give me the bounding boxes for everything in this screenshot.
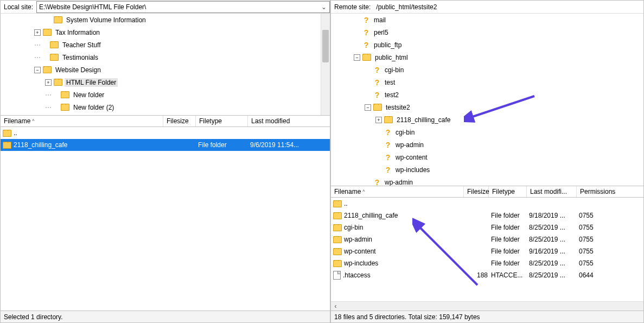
col-filesize[interactable]: Filesize <box>163 116 196 126</box>
sort-caret-icon: ^ <box>32 118 34 124</box>
folder-icon <box>373 104 382 111</box>
list-row[interactable]: .htaccess188HTACCE...8/25/2019 ...0644 <box>331 269 643 281</box>
tree-spacer <box>52 104 59 111</box>
list-item-modified: 9/16/2019 ... <box>529 248 579 255</box>
tree-row[interactable]: ?wp-admin <box>331 138 643 151</box>
list-row[interactable]: .. <box>1 127 330 139</box>
remote-tree[interactable]: ?mail?perl5?public_ftp−public_html?cgi-b… <box>331 14 643 186</box>
tree-row[interactable]: ⋯New folder <box>1 88 330 101</box>
col-lastmod[interactable]: Last modified <box>248 116 330 126</box>
local-path-input[interactable]: E:\Website Design\HTML File Folder\ ⌄ <box>36 1 330 13</box>
col-lastmod[interactable]: Last modifi... <box>527 186 577 197</box>
tree-row[interactable]: ?cgi-bin <box>331 64 643 76</box>
question-icon: ? <box>362 29 370 36</box>
tree-row[interactable]: −public_html <box>331 51 643 64</box>
folder-icon <box>333 248 342 255</box>
remote-hscroll[interactable]: ‹ <box>331 301 643 311</box>
remote-path-value: /public_html/testsite2 <box>376 3 437 11</box>
tree-item-label: test <box>383 78 397 87</box>
tree-item-label: wp-admin <box>383 178 415 186</box>
remote-list[interactable]: ..2118_chilling_cafeFile folder9/18/2019… <box>331 198 643 301</box>
remote-path-input[interactable]: /public_html/testsite2 <box>374 1 643 13</box>
list-row[interactable]: 2118_chilling_cafeFile folder9/6/2019 11… <box>1 139 330 151</box>
tree-row[interactable]: ⋯Testimonials <box>1 51 330 64</box>
list-item-modified: 8/25/2019 ... <box>529 271 579 279</box>
folder-icon <box>333 260 342 267</box>
list-row[interactable]: cgi-binFile folder8/25/2019 ...0755 <box>331 221 643 233</box>
expand-icon[interactable]: + <box>375 117 382 123</box>
collapse-icon[interactable]: − <box>34 67 41 73</box>
remote-list-header[interactable]: Filename^ Filesize Filetype Last modifi.… <box>331 186 643 198</box>
tree-item-label: mail <box>372 16 387 24</box>
list-row[interactable]: wp-includesFile folder8/25/2019 ...0755 <box>331 257 643 269</box>
expand-icon[interactable]: + <box>34 29 41 36</box>
tree-row[interactable]: ?public_ftp <box>331 39 643 51</box>
question-icon: ? <box>384 141 392 149</box>
chevron-down-icon[interactable]: ⌄ <box>320 3 328 11</box>
tree-item-label: cgi-bin <box>383 66 405 74</box>
tree-row[interactable]: ?wp-content <box>331 151 643 163</box>
tree-row[interactable]: System Volume Information <box>1 14 330 26</box>
col-filetype[interactable]: Filetype <box>489 186 527 197</box>
col-permissions[interactable]: Permissions <box>577 186 643 197</box>
collapse-icon[interactable]: − <box>365 104 371 111</box>
tree-row[interactable]: ?cgi-bin <box>331 126 643 138</box>
tree-spacer <box>365 79 371 86</box>
tree-item-label: cgi-bin <box>394 128 416 137</box>
list-item-name: wp-admin <box>344 236 372 243</box>
tree-row[interactable]: +2118_chilling_cafe <box>331 113 643 126</box>
tree-row[interactable]: +HTML File Folder <box>1 76 330 88</box>
col-filename[interactable]: Filename^ <box>1 116 163 126</box>
list-item-type: File folder <box>491 224 529 231</box>
col-filesize[interactable]: Filesize <box>464 186 489 197</box>
list-item-name: 2118_chilling_cafe <box>344 212 398 219</box>
tree-item-label: public_ftp <box>372 41 403 49</box>
tree-row[interactable]: −Website Design <box>1 64 330 76</box>
collapse-icon[interactable]: − <box>354 54 360 61</box>
folder-icon <box>61 91 69 98</box>
local-tree[interactable]: System Volume Information+Tax Informatio… <box>1 14 330 115</box>
folder-icon <box>333 224 342 231</box>
list-item-modified: 9/18/2019 ... <box>529 212 579 219</box>
tree-row[interactable]: ?wp-admin <box>331 176 643 186</box>
folder-icon <box>43 66 52 73</box>
tree-row[interactable]: ?mail <box>331 14 643 26</box>
question-icon: ? <box>362 16 370 24</box>
tree-row[interactable]: ?perl5 <box>331 26 643 39</box>
local-list-header[interactable]: Filename^ Filesize Filetype Last modifie… <box>1 115 330 127</box>
scroll-left-icon[interactable]: ‹ <box>331 302 340 311</box>
local-status-bar: Selected 1 directory. <box>1 311 330 322</box>
local-list[interactable]: ..2118_chilling_cafeFile folder9/6/2019 … <box>1 127 330 311</box>
list-item-modified: 8/25/2019 ... <box>529 236 579 243</box>
tree-spacer <box>354 42 360 48</box>
list-row[interactable]: wp-adminFile folder8/25/2019 ...0755 <box>331 233 643 245</box>
expand-icon[interactable]: + <box>45 79 52 86</box>
list-row[interactable]: 2118_chilling_cafeFile folder9/18/2019 .… <box>331 210 643 221</box>
tree-spacer <box>365 179 371 186</box>
folder-icon <box>333 200 342 207</box>
folder-icon <box>3 130 11 137</box>
folder-icon <box>54 79 62 86</box>
tree-row[interactable]: ⋯Teacher Stuff <box>1 39 330 51</box>
tree-dots-icon: ⋯ <box>45 91 51 99</box>
tree-item-label: Testimonials <box>61 53 100 62</box>
list-row[interactable]: wp-contentFile folder9/16/2019 ...0755 <box>331 245 643 257</box>
list-row[interactable]: .. <box>331 198 643 210</box>
tree-row[interactable]: −testsite2 <box>331 101 643 113</box>
tree-row[interactable]: ⋯New folder (2) <box>1 101 330 113</box>
folder-icon <box>50 54 59 61</box>
tree-row[interactable]: ?wp-includes <box>331 163 643 176</box>
tree-row[interactable]: ?test <box>331 76 643 88</box>
local-site-label: Local site: <box>1 3 36 11</box>
tree-dots-icon: ⋯ <box>34 54 40 61</box>
tree-spacer <box>354 17 360 23</box>
col-filename[interactable]: Filename^ <box>331 186 464 197</box>
remote-site-label: Remote site: <box>331 3 374 11</box>
question-icon: ? <box>384 166 392 174</box>
col-filetype[interactable]: Filetype <box>196 116 248 126</box>
question-icon: ? <box>373 91 381 99</box>
local-tree-scrollbar[interactable] <box>321 14 330 115</box>
tree-dots-icon: ⋯ <box>45 104 51 111</box>
tree-row[interactable]: ?test2 <box>331 88 643 101</box>
tree-row[interactable]: +Tax Information <box>1 26 330 39</box>
